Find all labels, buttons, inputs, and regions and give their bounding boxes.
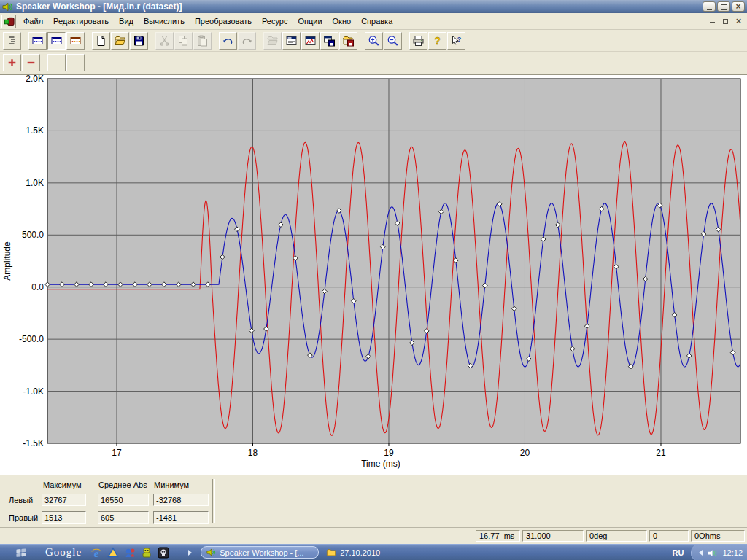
chart-view-button[interactable] <box>47 32 66 50</box>
start-button[interactable] <box>15 547 28 558</box>
copy-button <box>174 32 193 50</box>
cut-button <box>155 32 174 50</box>
menu-item-view[interactable]: Вид <box>114 15 139 28</box>
paste-button <box>193 32 212 50</box>
taskbar-date-label: 27.10.2010 <box>340 548 380 557</box>
mdi-close-button[interactable]: × <box>733 15 744 26</box>
new-document-icon <box>95 35 107 47</box>
properties-window-button[interactable] <box>282 32 301 50</box>
mixed-view-button[interactable] <box>66 32 85 50</box>
menu-item-transform[interactable]: Преобразовать <box>190 15 257 28</box>
minimize-icon <box>707 9 712 10</box>
mdi-minimize-button[interactable] <box>707 15 718 26</box>
chat-app-icon[interactable] <box>124 547 136 559</box>
x-tick-label: 20 <box>520 448 530 458</box>
waveform-chart[interactable]: 2.0K1.5K1.0K500.00.0-500.0-1.0K-1.5K1718… <box>0 75 747 475</box>
system-tray: 12:12 <box>691 545 747 560</box>
datasheet-view-button[interactable] <box>28 32 47 50</box>
context-help-button[interactable] <box>447 32 465 50</box>
x-axis-title: Time (ms) <box>361 459 400 469</box>
status-phase: 0deg <box>586 530 647 542</box>
title-bar: Speaker Workshop - [Мид.in.r (dataset)] … <box>0 0 747 13</box>
properties-window-icon <box>285 35 298 47</box>
blank-a-button[interactable] <box>47 54 66 71</box>
volume-icon[interactable] <box>707 548 718 559</box>
zoom-in-button[interactable] <box>365 32 383 50</box>
skull-app-icon[interactable] <box>158 547 169 559</box>
undo-button[interactable] <box>219 32 237 50</box>
taskbar-clock[interactable]: 12:12 <box>722 548 743 557</box>
language-indicator[interactable]: RU <box>673 548 684 557</box>
tray-collapse-icon[interactable] <box>699 550 703 556</box>
close-button[interactable]: × <box>732 1 745 12</box>
new-document-button[interactable] <box>92 32 110 50</box>
x-tick-label: 21 <box>656 448 666 458</box>
remove-point-icon <box>25 57 37 69</box>
menu-item-file[interactable]: Файл <box>18 15 48 28</box>
stats-right-avg: 605 <box>98 511 149 524</box>
x-tick-label: 19 <box>384 448 394 458</box>
stats-panel: Максимум Среднее Abs Минимум Левый 32767… <box>0 475 747 527</box>
stats-left-avg: 16550 <box>98 494 149 506</box>
print-icon <box>412 35 425 47</box>
robot-app-icon[interactable] <box>141 547 152 559</box>
help-button[interactable] <box>428 32 446 50</box>
context-help-icon <box>450 35 462 47</box>
y-axis-title: Amplitude <box>2 241 12 281</box>
menu-item-calculate[interactable]: Вычислить <box>139 15 190 28</box>
document-system-menu-button[interactable] <box>1 15 16 28</box>
mdi-restore-button[interactable] <box>720 15 731 26</box>
restore-button[interactable] <box>717 1 730 12</box>
menu-item-options[interactable]: Опции <box>293 15 327 28</box>
status-bar: 16.77 ms 31.000 0deg 0 0Ohms <box>0 527 747 544</box>
stats-header-avg: Среднее Abs <box>98 481 147 489</box>
export-chart-button[interactable] <box>339 32 357 50</box>
copy-icon <box>177 35 190 47</box>
mdi-close-icon: × <box>736 16 742 26</box>
close-icon: × <box>735 3 740 10</box>
print-button[interactable] <box>409 32 427 50</box>
export-chart-icon <box>342 35 355 47</box>
taskbar-date-item[interactable]: 27.10.2010 <box>326 548 380 558</box>
quick-launch-bar <box>90 547 169 559</box>
y-tick-label: 500.0 <box>22 230 44 240</box>
status-aux: 0 <box>649 530 689 542</box>
edit-toolbar <box>0 52 747 74</box>
app-speaker-icon <box>2 1 13 12</box>
y-tick-label: 1.5K <box>26 125 44 136</box>
add-point-button[interactable] <box>3 54 21 71</box>
menu-item-window[interactable]: Окно <box>328 15 357 28</box>
restore-icon <box>721 4 727 10</box>
outline-view-button[interactable] <box>3 32 21 50</box>
menu-item-resource[interactable]: Ресурс <box>257 15 293 28</box>
status-impedance: 0Ohms <box>691 530 745 542</box>
delta-app-icon[interactable] <box>107 547 119 559</box>
save-file-icon <box>133 35 145 47</box>
blank-a-icon <box>50 57 63 69</box>
menu-item-help[interactable]: Справка <box>356 15 398 28</box>
menu-item-edit[interactable]: Редактировать <box>48 15 114 28</box>
google-toolbar-label[interactable]: Google <box>45 546 82 559</box>
open-file-icon <box>114 35 126 47</box>
save-chart-button[interactable] <box>320 32 338 50</box>
outline-view-icon <box>6 35 18 47</box>
remove-point-button[interactable] <box>22 54 40 71</box>
cut-icon <box>158 35 171 47</box>
mixed-view-icon <box>69 35 82 47</box>
redo-icon <box>241 35 253 47</box>
internet-explorer-icon[interactable] <box>90 547 102 559</box>
chart-window-button[interactable] <box>301 32 320 50</box>
y-tick-label: -1.0K <box>23 386 44 397</box>
undo-icon <box>222 35 234 47</box>
stats-right-max: 1513 <box>42 511 86 524</box>
y-tick-label: 1.0K <box>26 178 44 188</box>
quick-launch-expand-icon[interactable] <box>188 550 192 556</box>
taskbar-task-button[interactable]: Speaker Workshop - [... <box>201 546 319 559</box>
datasheet-view-icon <box>31 35 44 47</box>
blank-b-button[interactable] <box>66 54 85 71</box>
minimize-button[interactable] <box>703 1 716 12</box>
open-file-button[interactable] <box>111 32 129 50</box>
save-file-button[interactable] <box>130 32 148 50</box>
task-speaker-icon <box>206 548 216 557</box>
zoom-out-button[interactable] <box>384 32 402 50</box>
